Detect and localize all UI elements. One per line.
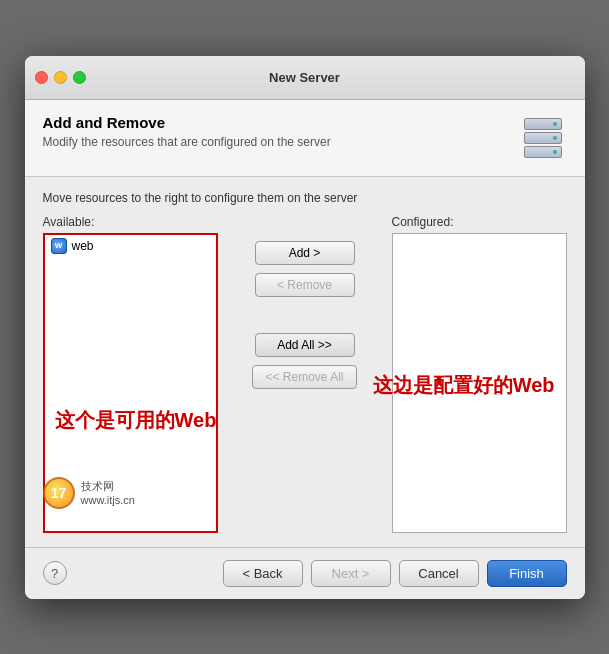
server-unit-2 bbox=[524, 132, 562, 144]
content-description: Move resources to the right to configure… bbox=[43, 191, 567, 205]
footer: ? < Back Next > Cancel Finish bbox=[25, 547, 585, 599]
header-title: Add and Remove bbox=[43, 114, 331, 131]
finish-button[interactable]: Finish bbox=[487, 560, 567, 587]
available-label: Available: bbox=[43, 215, 218, 229]
cancel-button[interactable]: Cancel bbox=[399, 560, 479, 587]
content-area: Move resources to the right to configure… bbox=[25, 177, 585, 547]
close-button[interactable] bbox=[35, 71, 48, 84]
configured-label: Configured: bbox=[392, 215, 567, 229]
configured-list[interactable] bbox=[392, 233, 567, 533]
window-title: New Server bbox=[269, 70, 340, 85]
configured-column: Configured: bbox=[392, 215, 567, 533]
add-button[interactable]: Add > bbox=[255, 241, 355, 265]
footer-right: < Back Next > Cancel Finish bbox=[223, 560, 567, 587]
minimize-button[interactable] bbox=[54, 71, 67, 84]
web-app-icon bbox=[51, 238, 67, 254]
titlebar: New Server bbox=[25, 56, 585, 100]
back-button[interactable]: < Back bbox=[223, 560, 303, 587]
next-button[interactable]: Next > bbox=[311, 560, 391, 587]
add-all-button[interactable]: Add All >> bbox=[255, 333, 355, 357]
server-unit-1 bbox=[524, 118, 562, 130]
traffic-lights bbox=[35, 71, 86, 84]
watermark-text: 技术网 www.itjs.cn bbox=[81, 479, 135, 506]
list-item[interactable]: web bbox=[45, 235, 216, 257]
middle-buttons: Add > < Remove Add All >> << Remove All bbox=[218, 215, 392, 389]
remove-all-button[interactable]: << Remove All bbox=[252, 365, 356, 389]
server-icon bbox=[519, 114, 567, 162]
header-section: Add and Remove Modify the resources that… bbox=[25, 100, 585, 177]
help-button[interactable]: ? bbox=[43, 561, 67, 585]
footer-left: ? bbox=[43, 561, 67, 585]
header-subtitle: Modify the resources that are configured… bbox=[43, 135, 331, 149]
watermark-line1: 技术网 bbox=[81, 479, 135, 494]
watermark: 17 技术网 www.itjs.cn bbox=[43, 477, 135, 509]
maximize-button[interactable] bbox=[73, 71, 86, 84]
main-window: New Server Add and Remove Modify the res… bbox=[25, 56, 585, 599]
server-stack bbox=[524, 118, 562, 158]
server-unit-3 bbox=[524, 146, 562, 158]
watermark-badge: 17 bbox=[43, 477, 75, 509]
watermark-line2: www.itjs.cn bbox=[81, 494, 135, 506]
item-label: web bbox=[72, 239, 94, 253]
header-text: Add and Remove Modify the resources that… bbox=[43, 114, 331, 149]
remove-button[interactable]: < Remove bbox=[255, 273, 355, 297]
